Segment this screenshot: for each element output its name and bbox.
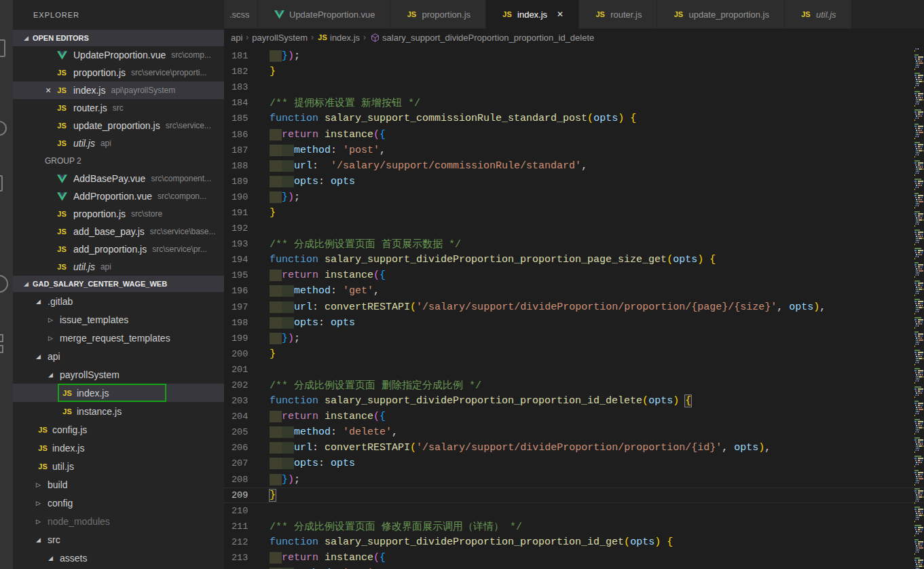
open-editor-item-router.js[interactable]: JSrouter.jssrc: [13, 99, 224, 117]
open-editor-item-proportion.js[interactable]: JSproportion.jssrc\store: [13, 205, 224, 223]
tree-item-config.js[interactable]: JSconfig.js: [13, 420, 224, 439]
code-line-213[interactable]: 213 return instance({: [224, 550, 924, 566]
open-editor-item-AddBasePay.vue[interactable]: AddBasePay.vuesrc\component...: [13, 170, 224, 187]
tree-item-instance.js[interactable]: JSinstance.js: [13, 402, 224, 420]
open-editor-item-UpdateProportion.vue[interactable]: UpdateProportion.vuesrc\comp...: [13, 46, 224, 64]
code-line-205[interactable]: 205 method: 'delete',: [224, 424, 924, 440]
code-line-194[interactable]: 194function salary_support_divideProport…: [224, 252, 924, 268]
explorer-icon[interactable]: [0, 39, 5, 57]
code-line-183[interactable]: 183: [224, 79, 924, 95]
tab-router.js[interactable]: JSrouter.js: [579, 0, 657, 29]
code-line-199[interactable]: 199 });: [224, 331, 924, 346]
code-line-184[interactable]: 184/** 提佣标准设置 新增按钮 */: [224, 95, 924, 111]
open-editor-item-add_proportion.js[interactable]: JSadd_proportion.jssrc\service\pr...: [13, 240, 224, 258]
tab-util.js[interactable]: JSutil.js: [785, 0, 852, 29]
explorer-sidebar: EXPLORER ◢ OPEN EDITORS UpdateProportion…: [13, 0, 224, 569]
code-editor[interactable]: 181 });182}183184/** 提佣标准设置 新增按钮 */185fu…: [224, 46, 924, 569]
js-file-icon: JS: [55, 138, 69, 149]
open-editor-item-util.js[interactable]: JSutil.jsapi: [13, 134, 224, 152]
tab-UpdateProportion.vue[interactable]: UpdateProportion.vue: [258, 0, 390, 29]
line-number: 198: [224, 318, 248, 328]
code-line-211[interactable]: 211/** 分成比例设置页面 修改界面展示调用（详情） */: [224, 519, 924, 534]
open-editors-header[interactable]: ◢ OPEN EDITORS: [13, 30, 224, 46]
js-file-icon: JS: [800, 9, 812, 20]
breadcrumb-item[interactable]: JSindex.js: [317, 32, 360, 43]
code-line-196[interactable]: 196 method: 'get',: [224, 283, 924, 299]
tree-item-build[interactable]: ▷build: [13, 475, 224, 494]
chevron-collapsed-icon: ▷: [36, 500, 44, 507]
code-line-206[interactable]: 206 url: convertRESTAPI('/salary/support…: [224, 440, 924, 456]
tree-item-merge_request_templates[interactable]: ▷merge_request_templates: [13, 329, 224, 347]
code-line-188[interactable]: 188 url: '/salary/support/commissionRule…: [224, 158, 924, 174]
open-editor-item-util.js[interactable]: JSutil.jsapi: [13, 258, 224, 276]
code-line-214[interactable]: 214 method: 'get',: [224, 566, 924, 569]
extensions-icon[interactable]: [0, 345, 3, 353]
code-line-200[interactable]: 200}: [224, 346, 924, 362]
tree-item-config[interactable]: ▷config: [13, 494, 224, 512]
tree-item-index.js[interactable]: JSindex.js: [13, 439, 224, 457]
code-line-198[interactable]: 198 opts: opts: [224, 315, 924, 331]
code-line-191[interactable]: 191}: [224, 205, 924, 221]
open-editor-item-add_base_pay.js[interactable]: JSadd_base_pay.jssrc\service\base...: [13, 223, 224, 240]
code-line-203[interactable]: 203function salary_support_divideProport…: [224, 393, 924, 409]
line-number: 193: [224, 239, 248, 249]
code-line-201[interactable]: 201: [224, 362, 924, 378]
code-line-209[interactable]: 209}: [224, 488, 924, 503]
code-line-204[interactable]: 204 return instance({: [224, 409, 924, 424]
tree-item-api[interactable]: ◢api: [13, 347, 224, 365]
code-line-208[interactable]: 208 });: [224, 472, 924, 488]
search-icon[interactable]: [0, 121, 7, 136]
source-control-icon[interactable]: [0, 175, 3, 191]
code-line-212[interactable]: 212function salary_support_divideProport…: [224, 534, 924, 550]
tab-update_proportion.js[interactable]: JSupdate_proportion.js: [657, 0, 785, 29]
extensions-icon[interactable]: [0, 334, 3, 342]
js-file-icon: JS: [36, 424, 50, 435]
code-line-193[interactable]: 193/** 分成比例设置页面 首页展示数据 */: [224, 236, 924, 252]
chevron-expanded-icon: ◢: [48, 371, 56, 378]
close-icon[interactable]: ✕: [41, 86, 55, 95]
tab-index.js[interactable]: JSindex.js✕: [486, 0, 579, 29]
tree-item-util.js[interactable]: JSutil.js: [13, 457, 224, 475]
line-number: 208: [224, 475, 248, 485]
open-editor-item-proportion.js[interactable]: JSproportion.jssrc\service\proporti...: [13, 64, 224, 81]
code-line-197[interactable]: 197 url: convertRESTAPI('/salary/support…: [224, 299, 924, 315]
code-line-181[interactable]: 181 });: [224, 48, 924, 64]
code-line-185[interactable]: 185function salary_support_commissionRul…: [224, 111, 924, 126]
open-editor-item-index.js[interactable]: ✕JSindex.jsapi\payrollSystem: [13, 81, 224, 99]
code-line-195[interactable]: 195 return instance({: [224, 268, 924, 283]
tree-item-.gitlab[interactable]: ◢.gitlab: [13, 292, 224, 310]
tree-item-index.js[interactable]: JSindex.js: [13, 384, 224, 402]
code-line-189[interactable]: 189 opts: opts: [224, 174, 924, 189]
code-line-192[interactable]: 192: [224, 221, 924, 236]
breadcrumb-item[interactable]: api: [231, 33, 242, 43]
project-root-header[interactable]: ◢ GAD_SALARY_CENTER_WAGE_WEB: [13, 276, 224, 292]
activity-bar[interactable]: [0, 0, 13, 569]
code-line-202[interactable]: 202/** 分成比例设置页面 删除指定分成比例 */: [224, 378, 924, 393]
breadcrumb-item[interactable]: salary_support_divideProportion_proporti…: [369, 32, 594, 43]
tree-item-assets[interactable]: ◢assets: [13, 549, 224, 567]
chevron-expanded-icon: ◢: [36, 298, 44, 305]
tree-item-src[interactable]: ◢src: [13, 530, 224, 549]
code-line-207[interactable]: 207 opts: opts: [224, 456, 924, 471]
open-editor-item-AddProportion.vue[interactable]: AddProportion.vuesrc\compon...: [13, 187, 224, 205]
js-file-icon: JS: [60, 406, 74, 417]
line-number: 205: [224, 427, 248, 437]
minimap[interactable]: [914, 48, 924, 569]
code-line-182[interactable]: 182}: [224, 64, 924, 79]
code-line-190[interactable]: 190 });: [224, 189, 924, 205]
tab-.scss[interactable]: .scss: [224, 0, 258, 29]
code-line-210[interactable]: 210: [224, 503, 924, 519]
js-file-icon: JS: [672, 9, 684, 20]
tree-item-issue_templates[interactable]: ▷issue_templates: [13, 310, 224, 329]
code-line-187[interactable]: 187 method: 'post',: [224, 143, 924, 158]
breadcrumb-item[interactable]: payrollSystem: [252, 33, 308, 43]
debug-icon[interactable]: [0, 275, 8, 293]
line-number: 182: [224, 67, 248, 77]
code-line-186[interactable]: 186 return instance({: [224, 126, 924, 142]
symbol-method-icon: [369, 32, 380, 43]
tree-item-node_modules[interactable]: ▷node_modules: [13, 512, 224, 530]
tree-item-payrollSystem[interactable]: ◢payrollSystem: [13, 365, 224, 384]
tab-proportion.js[interactable]: JSproportion.js: [390, 0, 486, 29]
open-editor-item-update_proportion.js[interactable]: JSupdate_proportion.jssrc\service...: [13, 117, 224, 134]
tab-close-icon[interactable]: ✕: [557, 10, 563, 19]
